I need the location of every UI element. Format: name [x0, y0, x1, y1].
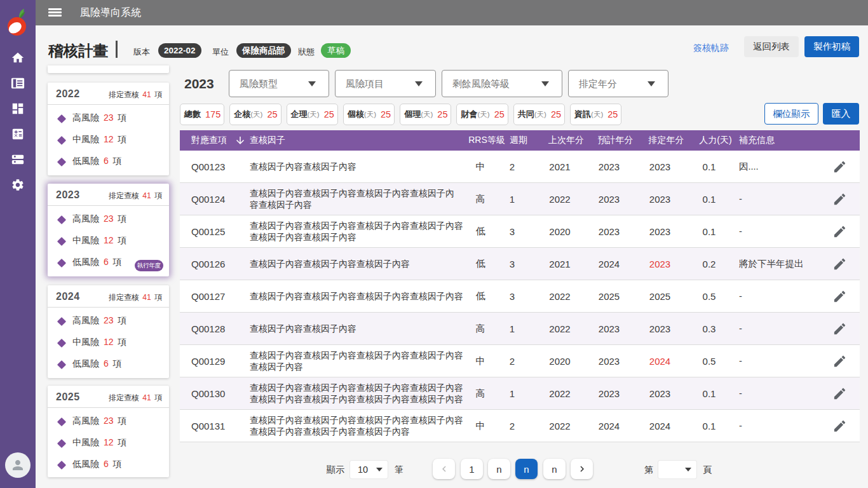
edit-row-button[interactable]	[820, 419, 860, 433]
edit-row-button[interactable]	[820, 159, 860, 174]
page-button-1[interactable]: 1	[461, 459, 483, 479]
risk-row-mid: 中風險 12 項	[48, 337, 169, 349]
create-draft-button[interactable]: 製作初稿	[804, 36, 859, 57]
scheduled-count: 41	[141, 293, 152, 302]
risk-label: 中風險 12 項	[72, 437, 126, 449]
back-to-list-button[interactable]: 返回列表	[744, 36, 799, 57]
scheduled-label: 排定查核	[109, 191, 141, 200]
diamond-bullet-icon	[57, 417, 66, 426]
audit-trail-link[interactable]: 簽核軌跡	[693, 43, 729, 54]
col-header-factor[interactable]: 查核因子	[234, 130, 471, 151]
risk-name: 中風險	[72, 134, 102, 144]
diamond-bullet-icon	[57, 461, 66, 470]
year-card-title: 2022	[56, 88, 80, 100]
risk-unit: 項	[115, 416, 126, 426]
next-page-button[interactable]	[571, 459, 593, 479]
sidebar-storage-icon[interactable]	[11, 152, 25, 166]
edit-row-button[interactable]	[820, 257, 860, 271]
cell-item-id: Q00129	[180, 356, 234, 367]
scheduled-year-select[interactable]: 排定年分	[568, 70, 668, 97]
risk-type-select[interactable]: 風險類型	[229, 70, 329, 97]
col-header-rrs[interactable]: RRS等級	[477, 130, 496, 151]
cell-note: -	[731, 356, 820, 366]
risk-count: 23	[102, 112, 116, 123]
cell-factor: 查核因子內容查核因子內容查核因子內容查核因子內容查核因子內容查核因子內容查核因子…	[234, 382, 471, 405]
column-display-button[interactable]: 欄位顯示	[764, 103, 818, 125]
factor-line: 查核因子內容查核因子內容	[250, 231, 471, 243]
edit-row-button[interactable]	[820, 354, 860, 369]
chip-value: 25	[607, 109, 618, 119]
diamond-bullet-icon	[57, 158, 66, 166]
sidebar-settings-icon[interactable]	[11, 178, 25, 192]
edit-row-button[interactable]	[820, 224, 860, 239]
col-header-item-id[interactable]: 對應查項	[180, 130, 234, 151]
year-card-2024[interactable]: 2024排定查核 41 項高風險 23 項中風險 12 項低風險 6 項	[48, 285, 169, 378]
scheduled-unit: 項	[153, 191, 162, 200]
risk-name: 中風險	[72, 437, 102, 447]
year-card-2022[interactable]: 2022排定查核 41 項高風險 23 項中風險 12 項低風險 6 項	[48, 83, 169, 175]
risk-name: 高風險	[72, 112, 102, 123]
sidebar-calculate-icon[interactable]	[11, 127, 25, 141]
user-avatar[interactable]	[5, 452, 31, 478]
risk-label: 中風險 12 項	[72, 235, 126, 247]
cell-expected-year: 2023	[585, 323, 633, 334]
status-label: 狀態	[298, 46, 315, 58]
cell-item-id: Q00123	[180, 161, 234, 172]
risk-name: 高風險	[72, 315, 102, 325]
col-header-note[interactable]: 補充信息	[731, 130, 820, 151]
edit-row-button[interactable]	[820, 192, 860, 207]
year-card-title: 2023	[56, 189, 80, 201]
cell-rrs: 高	[471, 193, 490, 205]
chip-label: 個核	[348, 109, 364, 120]
summary-chip-5: 財會(天)25	[456, 104, 508, 125]
edit-row-button[interactable]	[820, 386, 860, 401]
col-header-last-year[interactable]: 上次年分	[541, 130, 592, 151]
risk-count: 12	[102, 134, 116, 144]
cell-manpower: 0.1	[687, 161, 731, 172]
chip-unit: (天)	[364, 110, 376, 119]
scheduled-unit: 項	[153, 393, 162, 402]
year-card-2025[interactable]: 2025排定查核 41 項高風險 23 項中風險 12 項低風險 6 項	[48, 386, 169, 477]
col-header-actions	[826, 130, 866, 151]
page-button-4[interactable]: n	[543, 459, 566, 479]
menu-icon[interactable]	[48, 8, 62, 17]
edit-row-button[interactable]	[820, 289, 860, 304]
cell-manpower: 0.1	[687, 226, 731, 237]
sidebar-home-icon[interactable]	[11, 51, 25, 65]
cell-expected-year: 2023	[585, 226, 633, 237]
diamond-bullet-icon	[57, 439, 66, 448]
cell-cycle: 3	[490, 226, 534, 237]
chip-value: 25	[381, 109, 391, 119]
goto-page-select[interactable]	[658, 461, 696, 478]
risk-name: 中風險	[72, 235, 102, 245]
sidebar-dashboard-icon[interactable]	[11, 102, 25, 116]
summary-chip-0: 總數175	[180, 104, 224, 125]
version-label: 版本	[133, 46, 150, 58]
risk-label: 低風險 6 項	[72, 257, 122, 268]
risk-name: 中風險	[72, 337, 102, 347]
risk-name: 低風險	[72, 459, 102, 469]
col-header-manpower[interactable]: 人力(天)	[693, 130, 738, 151]
prev-page-button[interactable]	[433, 459, 455, 479]
year-card-2023[interactable]: 2023排定查核 41 項高風險 23 項中風險 12 項低風險 6 項執行年度	[48, 184, 169, 276]
status-badge: 草稿	[321, 43, 351, 58]
scheduled-label: 排定查核	[109, 90, 141, 99]
edit-row-button[interactable]	[820, 322, 860, 336]
col-header-cycle[interactable]: 週期	[496, 130, 541, 151]
risk-item-select[interactable]: 風險項目	[335, 70, 436, 97]
chip-unit: (天)	[421, 110, 433, 119]
residual-risk-level-select[interactable]: 剩餘風險等級	[442, 70, 562, 97]
page-size-select[interactable]: 10	[350, 461, 388, 478]
cell-item-id: Q00127	[180, 291, 234, 302]
import-button[interactable]: 匯入	[823, 103, 859, 125]
table-row: Q00131查核因子內容查核因子內容查核因子內容查核因子內容查核因子內容查核因子…	[180, 410, 860, 442]
diamond-bullet-icon	[57, 259, 66, 268]
col-header-scheduled-year[interactable]: 排定年分	[639, 130, 693, 151]
col-header-expected-year[interactable]: 預計年分	[592, 130, 639, 151]
page-button-3[interactable]: n	[515, 459, 538, 479]
cell-rrs: 低	[471, 226, 490, 238]
sidebar-article-icon[interactable]	[11, 76, 25, 90]
risk-count: 6	[102, 358, 111, 369]
page-button-2[interactable]: n	[488, 459, 510, 479]
cell-item-id: Q00125	[180, 226, 234, 237]
